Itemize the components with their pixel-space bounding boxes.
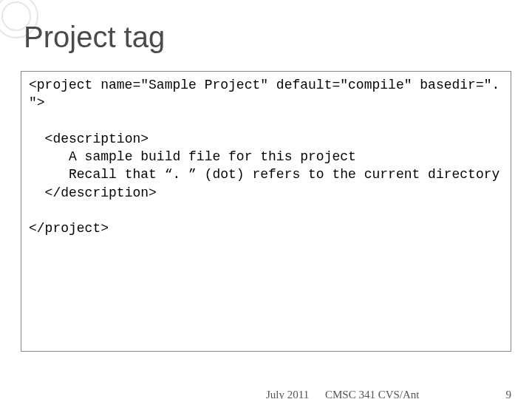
slide: Project tag <project name="Sample Projec… (0, 0, 532, 399)
code-content: <project name="Sample Project" default="… (29, 76, 503, 238)
footer-page-number: 9 (506, 389, 512, 399)
code-line: </description> (29, 185, 157, 200)
footer-date: July 2011 (266, 389, 309, 399)
code-line: <project name="Sample Project" default="… (29, 78, 508, 110)
code-line: </project> (29, 221, 109, 236)
code-line: A sample build file for this project (29, 149, 356, 164)
code-line: <description> (29, 132, 149, 146)
code-line: Recall that “. ” (dot) refers to the cur… (29, 167, 499, 182)
slide-title: Project tag (24, 21, 165, 54)
footer-course: CMSC 341 CVS/Ant (325, 389, 420, 399)
code-block: <project name="Sample Project" default="… (21, 71, 511, 352)
